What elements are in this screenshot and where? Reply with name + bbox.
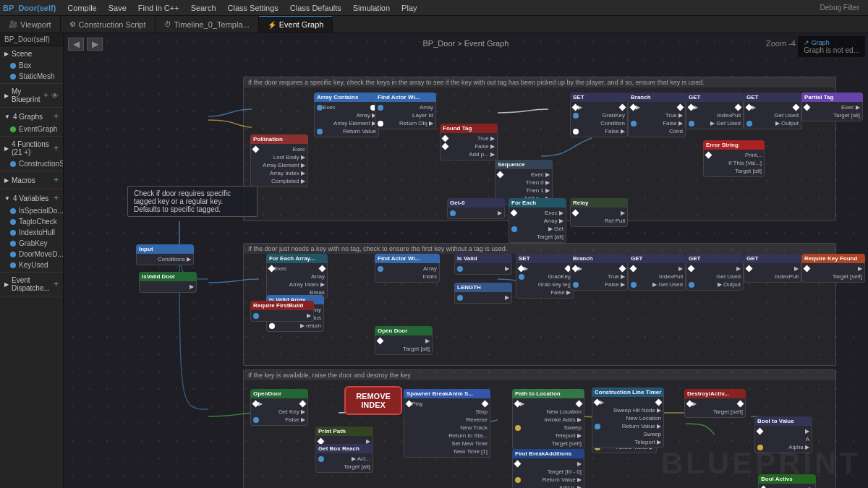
graphs-arrow: ▼ xyxy=(4,114,10,120)
tab-bar: 🎥 Viewport ⚙ Construction Script ⏱ Timel… xyxy=(0,16,868,33)
menu-save[interactable]: Save xyxy=(103,2,132,14)
node-error-string[interactable]: Error String Print... If This [Val...] T… xyxy=(703,140,765,177)
menu-compile[interactable]: Compile xyxy=(61,2,102,14)
node-path-location[interactable]: Path to Location ▶ New Location Invoke A… xyxy=(512,389,584,450)
node-partial-tag[interactable]: Partial Tag Exec ▶ Target [all] xyxy=(801,93,863,121)
node-find-target[interactable]: Find BreakAdditions ▶ Target [III - 0] R… xyxy=(512,449,584,488)
node-pollination[interactable]: Pollination Exec Loot Body ▶ Array Eleme… xyxy=(250,134,308,187)
tab-construction-script[interactable]: ⚙ Construction Script xyxy=(61,16,156,33)
mybp-section: ▶ My Blueprint + 👁 xyxy=(0,84,63,108)
node-set-1[interactable]: SET ▶ GrabKey Condition False ▶ xyxy=(570,93,628,137)
node-destroy[interactable]: Destroy/Activ... ▶ Target [self] xyxy=(684,389,746,418)
nav-back-button[interactable]: ◀ xyxy=(68,38,84,51)
node-foreach-mid[interactable]: For Each Array... Exec Array Array Index… xyxy=(266,254,328,299)
menu-play[interactable]: Play xyxy=(396,2,422,14)
node-isvalid-door[interactable]: isValid Door ▶ xyxy=(139,272,197,293)
variables-add-btn[interactable]: + xyxy=(54,193,59,203)
remove-index-label: REMOVEINDEX xyxy=(353,392,393,409)
node-branch-1[interactable]: Branch ▶ True ▶ False ▶ Cond xyxy=(628,93,686,137)
node-opendoor-bot[interactable]: OpenDoor ▶ Get Key ▶ False ▶ xyxy=(250,389,308,426)
dispatchers-section-title[interactable]: ▶ Event Dispatche... + xyxy=(0,274,63,294)
node-get-mid1[interactable]: GET ▶ IndexPull ▶ Get Used xyxy=(628,254,686,291)
node-require-keyfound[interactable]: Require Key Found ▶ Target [self] xyxy=(801,254,865,283)
menu-find-cpp[interactable]: Find in C++ xyxy=(132,2,185,14)
tab-event-graph-label: Event Graph xyxy=(279,20,324,29)
variables-label: 4 Variables xyxy=(13,194,48,202)
variables-section-title[interactable]: ▼ 4 Variables + xyxy=(0,191,63,205)
graphs-section-title[interactable]: ▼ 4 Graphs + xyxy=(0,109,63,124)
node-get-1[interactable]: GET ▶ IndexPull ▶ Get Used xyxy=(686,93,744,129)
functions-add-btn[interactable]: + xyxy=(54,143,59,153)
grabkey-dot xyxy=(10,241,16,247)
functions-item-construction[interactable]: ConstructionSc... xyxy=(0,158,63,169)
node-get-index-bot[interactable]: Get Box Reach ▶ Act... Target [all] xyxy=(315,444,373,473)
nav-forward-button[interactable]: ▶ xyxy=(87,38,103,51)
node-find-actor-mid[interactable]: Find Actor Wi... Array Index xyxy=(375,254,440,283)
node-spawner-loc[interactable]: Spawner BreakAnim S... Play Stop Reverse… xyxy=(404,389,490,458)
construction-dot xyxy=(10,161,16,167)
node-isvalid-mid[interactable]: Is Valid ▶ xyxy=(454,254,512,275)
event-graph-icon: ⚡ xyxy=(268,21,276,29)
node-set-mid[interactable]: SET ▶ GrabKey Grab key leg False ▶ xyxy=(516,254,574,299)
node-relay-1[interactable]: Relay ▶ Ref Pull xyxy=(570,198,628,227)
debug-filter-label: Debug Filter xyxy=(820,4,865,12)
functions-section-title[interactable]: ▶ 4 Functions (21 +) + xyxy=(0,138,63,158)
mybp-section-title[interactable]: ▶ My Blueprint + 👁 xyxy=(0,85,63,106)
macros-section-title[interactable]: ▶ Macros + xyxy=(0,173,63,187)
mybp-add-btn[interactable]: + xyxy=(43,90,48,100)
menu-class-settings[interactable]: Class Settings xyxy=(222,2,284,14)
comment-box-2-title: If the door just needs a key with no tag… xyxy=(244,244,835,254)
menu-class-defaults[interactable]: Class Defaults xyxy=(284,2,347,14)
node-length[interactable]: LENGTH ▶ xyxy=(454,283,512,304)
tab-viewport[interactable]: 🎥 Viewport xyxy=(0,16,61,33)
node-get-mid3[interactable]: GET ▶ IndexPull xyxy=(744,254,801,283)
variables-arrow: ▼ xyxy=(4,195,10,202)
node-get-2[interactable]: GET ▶ Get Used ▶ Output xyxy=(744,93,801,129)
menu-search[interactable]: Search xyxy=(185,2,222,14)
var-tagtocheck[interactable]: TagtoCheck xyxy=(0,216,63,227)
menu-simulation[interactable]: Simulation xyxy=(347,2,396,14)
graphs-item-eventgraph[interactable]: EventGraph xyxy=(0,124,63,134)
graph-info: ↗ Graph Graph is not ed... xyxy=(798,36,865,57)
node-remove-index[interactable]: REMOVEINDEX xyxy=(344,386,402,415)
node-input-small[interactable]: Input Conditions ▶ xyxy=(136,244,194,265)
node-find-actor[interactable]: Find Actor Wi... Array Layer Id Return O… xyxy=(375,93,436,129)
node-bool-actv[interactable]: Bool Activs ▶ Key App ▶ ▶ Output xyxy=(758,474,816,488)
scene-item-staticmesh[interactable]: StaticMesh xyxy=(0,71,63,82)
scene-label: Scene xyxy=(12,50,32,58)
dispatchers-add-btn[interactable]: + xyxy=(54,279,59,289)
mybp-eye-btn[interactable]: 👁 xyxy=(51,92,59,100)
node-open-door-mid[interactable]: Open Door ▶ Target [all] xyxy=(375,326,433,355)
dispatchers-section: ▶ Event Dispatche... + xyxy=(0,273,63,296)
mybp-arrow: ▶ xyxy=(4,93,9,99)
macros-add-btn[interactable]: + xyxy=(54,175,59,185)
dispatchers-arrow: ▶ xyxy=(4,281,9,288)
node-bool-to[interactable]: Bool to Value ▶ A Alpha ▶ xyxy=(754,416,812,453)
graphs-add-btn[interactable]: + xyxy=(54,111,59,121)
var-grabkey[interactable]: GrabKey xyxy=(0,238,63,249)
node-construction-loc[interactable]: Construction Line Timer ▶ Sweep Hit Node… xyxy=(592,388,664,448)
var-doormoved[interactable]: DoorMoveD... xyxy=(0,249,63,260)
var-indextohull[interactable]: IndextoHull xyxy=(0,227,63,238)
graph-canvas[interactable]: ◀ ▶ BP_Door > Event Graph Zoom -4 ↗ Grap… xyxy=(64,33,868,488)
node-branch-mid[interactable]: Branch ▶ True ▶ False ▶ xyxy=(570,254,628,291)
node-get-mid2[interactable]: GET ▶ Get Used ▶ Output xyxy=(686,254,744,291)
macros-label: Macros xyxy=(12,176,35,184)
scene-item-box[interactable]: Box xyxy=(0,60,63,71)
graphs-label: 4 Graphs xyxy=(13,113,43,121)
mybp-label: My Blueprint xyxy=(12,87,43,103)
nav-arrows: ◀ ▶ xyxy=(68,38,103,51)
var-isspecial[interactable]: IsSpecialDo... xyxy=(0,205,63,216)
tab-timeline[interactable]: ⏱ Timeline_0_Templa... xyxy=(156,16,259,33)
graph-info-text: Graph is not ed... xyxy=(804,46,859,54)
scene-section-title[interactable]: ▶ Scene xyxy=(0,48,63,60)
node-foreach-1[interactable]: For Each Exec ▶ Array ▶ ▶ Get Target [al… xyxy=(509,198,566,243)
node-array-contains-1[interactable]: Array Contains Exec Array ▶ Array Elemen… xyxy=(314,93,379,137)
box-dot xyxy=(10,63,16,69)
node-require-firstbuild[interactable]: Require FirstBuild ▶ xyxy=(250,301,314,322)
var-keyused[interactable]: KeyUsed xyxy=(0,260,63,270)
graphs-section: ▼ 4 Graphs + EventGraph xyxy=(0,108,63,137)
node-get-0[interactable]: Get-0 ▶ xyxy=(447,198,505,219)
node-found-tag[interactable]: Found Tag True ▶ False ▶ Add p... ▶ xyxy=(440,124,498,160)
tab-event-graph[interactable]: ⚡ Event Graph xyxy=(259,16,333,33)
